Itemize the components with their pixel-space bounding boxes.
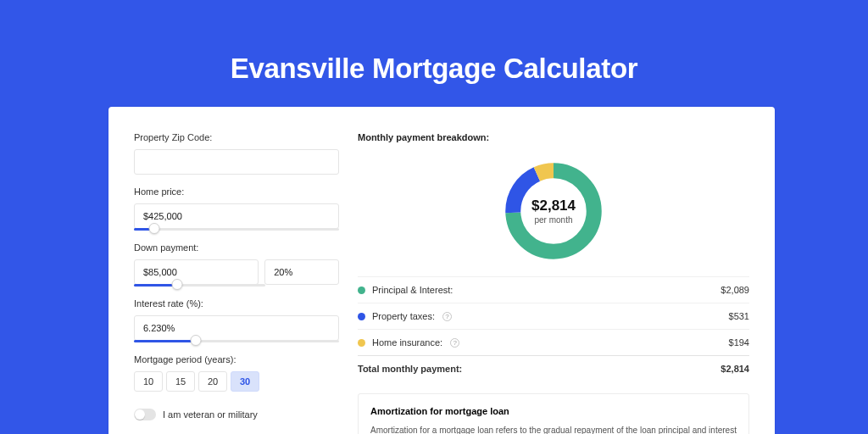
- period-group: Mortgage period (years): 10 15 20 30: [134, 354, 339, 392]
- home-price-input[interactable]: [134, 203, 339, 229]
- down-payment-label: Down payment:: [134, 242, 339, 253]
- breakdown-row-total: Total monthly payment: $2,814: [358, 355, 749, 381]
- breakdown-panel: Monthly payment breakdown: $2,814 per mo…: [358, 132, 749, 434]
- dot-icon: [358, 287, 365, 294]
- zip-group: Property Zip Code:: [134, 132, 339, 175]
- period-btn-15[interactable]: 15: [166, 371, 195, 392]
- breakdown-total-value: $2,814: [721, 364, 749, 374]
- amortization-section: Amortization for mortgage loan Amortizat…: [358, 393, 749, 434]
- info-icon[interactable]: ?: [450, 338, 459, 348]
- donut-chart: $2,814 per month: [500, 158, 607, 264]
- dot-icon: [358, 339, 365, 347]
- home-price-label: Home price:: [134, 186, 339, 197]
- breakdown-value: $531: [729, 311, 749, 321]
- calculator-card: Property Zip Code: Home price: Down paym…: [108, 107, 775, 434]
- page-frame: Evansville Mortgage Calculator Property …: [0, 0, 868, 434]
- donut-sub: per month: [534, 215, 572, 225]
- breakdown-total-label: Total monthly payment:: [358, 364, 462, 374]
- zip-input[interactable]: [134, 149, 339, 175]
- donut-center: $2,814 per month: [500, 158, 607, 264]
- interest-group: Interest rate (%):: [134, 298, 339, 342]
- breakdown-value: $2,089: [721, 285, 749, 295]
- breakdown-row-insurance: Home insurance: ? $194: [358, 329, 749, 355]
- interest-label: Interest rate (%):: [134, 298, 339, 309]
- form-panel: Property Zip Code: Home price: Down paym…: [134, 132, 339, 434]
- amortization-heading: Amortization for mortgage loan: [370, 406, 737, 416]
- breakdown-row-principal: Principal & Interest: $2,089: [358, 276, 749, 303]
- home-price-slider-thumb[interactable]: [149, 223, 160, 234]
- period-btn-10[interactable]: 10: [134, 371, 163, 392]
- veteran-row: I am veteran or military: [134, 409, 339, 420]
- zip-label: Property Zip Code:: [134, 132, 339, 142]
- breakdown-label: Property taxes:: [372, 311, 435, 321]
- down-payment-group: Down payment:: [134, 242, 339, 287]
- period-label: Mortgage period (years):: [134, 354, 339, 364]
- amortization-text: Amortization for a mortgage loan refers …: [370, 425, 737, 434]
- donut-wrap: $2,814 per month: [358, 153, 749, 276]
- interest-slider-thumb[interactable]: [190, 335, 201, 346]
- period-btn-30[interactable]: 30: [231, 371, 259, 392]
- veteran-toggle-knob: [135, 409, 145, 420]
- interest-input[interactable]: [134, 315, 339, 341]
- breakdown-heading: Monthly payment breakdown:: [358, 132, 749, 142]
- donut-value: $2,814: [531, 198, 576, 214]
- breakdown-label: Home insurance:: [372, 337, 442, 348]
- breakdown-row-taxes: Property taxes: ? $531: [358, 303, 749, 329]
- down-payment-slider-thumb[interactable]: [172, 279, 183, 290]
- interest-slider[interactable]: [134, 340, 339, 342]
- down-payment-pct-input[interactable]: [264, 259, 339, 285]
- veteran-toggle[interactable]: [134, 409, 156, 420]
- down-payment-slider[interactable]: [134, 284, 265, 287]
- info-icon[interactable]: ?: [442, 312, 452, 321]
- period-row: 10 15 20 30: [134, 371, 339, 392]
- interest-slider-fill: [134, 340, 196, 342]
- veteran-label: I am veteran or military: [163, 409, 258, 420]
- dot-icon: [358, 313, 365, 320]
- home-price-group: Home price:: [134, 186, 339, 231]
- home-price-slider[interactable]: [134, 228, 339, 231]
- down-payment-slider-fill: [134, 284, 177, 287]
- breakdown-value: $194: [729, 337, 749, 348]
- period-btn-20[interactable]: 20: [198, 371, 227, 392]
- page-title: Evansville Mortgage Calculator: [0, 0, 868, 85]
- breakdown-label: Principal & Interest:: [372, 285, 453, 295]
- down-payment-input[interactable]: [134, 259, 259, 285]
